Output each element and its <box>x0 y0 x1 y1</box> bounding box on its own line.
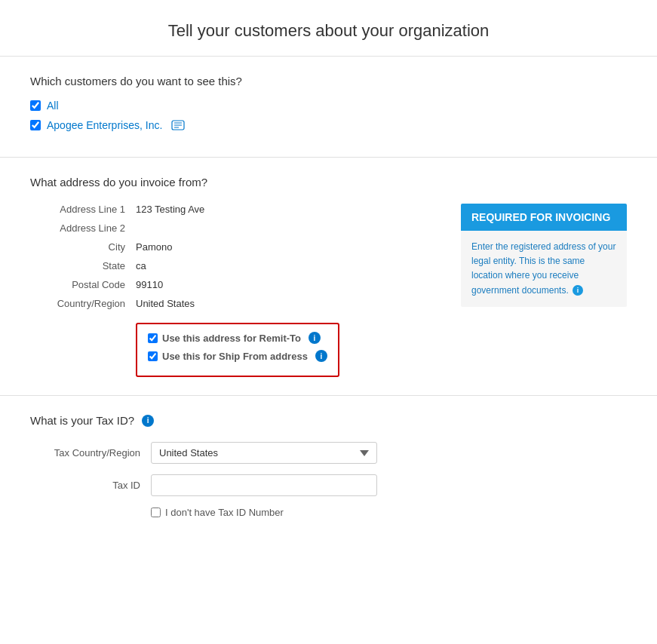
edit-icon[interactable] <box>171 120 185 130</box>
no-taxid-row: I don't have Tax ID Number <box>151 507 627 518</box>
tax-id-input[interactable] <box>151 474 377 496</box>
tax-country-row: Tax Country/Region United States Canada … <box>30 442 627 464</box>
remit-to-label: Use this address for Remit-To <box>162 333 301 344</box>
no-taxid-label: I don't have Tax ID Number <box>165 507 284 518</box>
customers-section: Which customers do you want to see this?… <box>0 57 657 158</box>
address-line2-row: Address Line 2 <box>30 222 446 234</box>
ship-from-checkbox[interactable] <box>148 351 158 361</box>
remit-to-checkbox[interactable] <box>148 333 158 343</box>
state-value: ca <box>136 260 146 271</box>
tax-country-select[interactable]: United States Canada United Kingdom <box>151 442 377 464</box>
tax-section: What is your Tax ID? i Tax Country/Regio… <box>0 396 657 541</box>
remit-to-row: Use this address for Remit-To i <box>148 332 327 344</box>
remit-to-info-icon[interactable]: i <box>309 332 321 344</box>
highlight-box: Use this address for Remit-To i Use this… <box>136 323 339 377</box>
address-form: Address Line 1 123 Testing Ave Address L… <box>30 204 446 377</box>
tax-heading-info-icon[interactable]: i <box>142 415 154 427</box>
country-value: United States <box>136 298 195 309</box>
page-title: Tell your customers about your organizat… <box>15 21 642 41</box>
tax-heading-text: What is your Tax ID? <box>30 414 134 427</box>
required-header: REQUIRED FOR INVOICING <box>461 204 627 231</box>
city-row: City Pamono <box>30 241 446 253</box>
page-title-area: Tell your customers about your organizat… <box>0 0 657 57</box>
customer-option-all: All <box>30 100 627 112</box>
all-checkbox[interactable] <box>30 100 41 111</box>
address-heading: What address do you invoice from? <box>30 176 627 189</box>
tax-heading: What is your Tax ID? i <box>30 414 627 427</box>
page-container: Tell your customers about your organizat… <box>0 0 657 541</box>
address-line1-label: Address Line 1 <box>30 204 136 215</box>
tax-id-row: Tax ID <box>30 474 627 496</box>
no-taxid-checkbox[interactable] <box>151 508 161 517</box>
address-line1-row: Address Line 1 123 Testing Ave <box>30 204 446 215</box>
customer-option-apogee: Apogee Enterprises, Inc. <box>30 119 627 131</box>
sidebar-info: REQUIRED FOR INVOICING Enter the registe… <box>461 204 627 307</box>
tax-country-label: Tax Country/Region <box>30 447 151 458</box>
postal-value: 99110 <box>136 279 163 290</box>
postal-label: Postal Code <box>30 279 136 290</box>
required-body-info-icon[interactable]: i <box>573 285 583 296</box>
state-row: State ca <box>30 260 446 271</box>
apogee-label: Apogee Enterprises, Inc. <box>47 119 162 131</box>
tax-id-label: Tax ID <box>30 480 151 491</box>
customers-heading: Which customers do you want to see this? <box>30 75 627 87</box>
address-section: What address do you invoice from? Addres… <box>0 158 657 396</box>
city-value: Pamono <box>136 241 172 253</box>
postal-row: Postal Code 99110 <box>30 279 446 290</box>
all-label: All <box>47 100 59 112</box>
state-label: State <box>30 260 136 271</box>
address-line2-label: Address Line 2 <box>30 222 136 234</box>
address-line1-value: 123 Testing Ave <box>136 204 204 215</box>
apogee-checkbox[interactable] <box>30 120 41 130</box>
country-row: Country/Region United States <box>30 298 446 309</box>
address-checkboxes: Use this address for Remit-To i Use this… <box>136 323 446 377</box>
address-content: Address Line 1 123 Testing Ave Address L… <box>30 204 627 377</box>
city-label: City <box>30 241 136 253</box>
required-body: Enter the registered address of your leg… <box>461 231 627 307</box>
country-label: Country/Region <box>30 298 136 309</box>
ship-from-info-icon[interactable]: i <box>315 350 327 362</box>
ship-from-label: Use this for Ship From address <box>162 351 308 362</box>
ship-from-row: Use this for Ship From address i <box>148 350 327 362</box>
